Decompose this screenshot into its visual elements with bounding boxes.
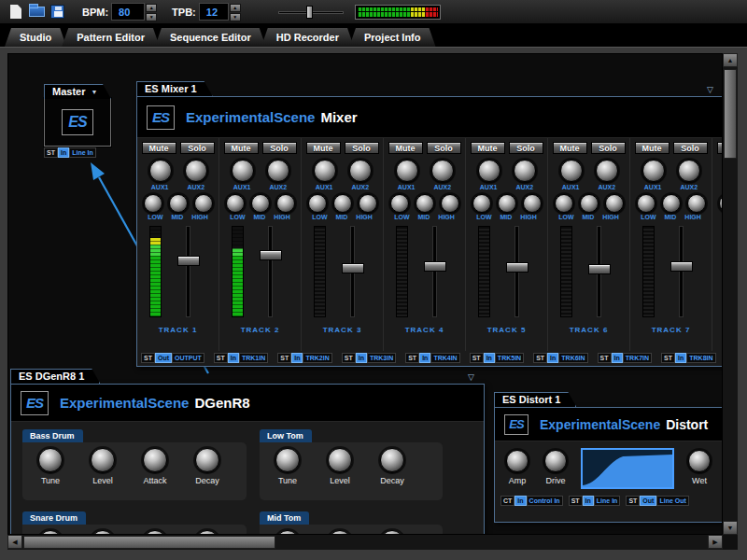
high-knob[interactable] — [605, 194, 624, 213]
low-knob[interactable] — [226, 194, 245, 213]
save-button[interactable] — [47, 2, 67, 22]
connector[interactable]: STOutLine Out — [626, 496, 688, 506]
high-knob[interactable] — [276, 194, 295, 213]
aux1-knob[interactable] — [232, 160, 254, 182]
level-knob[interactable] — [328, 448, 352, 472]
mid-knob[interactable] — [498, 194, 516, 213]
distort-window-tab[interactable]: ES Distort 1 — [494, 392, 576, 407]
connector[interactable]: STInTRK8IN — [661, 353, 715, 363]
scroll-right-button[interactable]: ▶ — [708, 535, 723, 549]
aux2-knob[interactable] — [596, 160, 618, 182]
drive-knob[interactable] — [544, 450, 567, 472]
horizontal-scrollbar[interactable]: ◀ ▶ — [7, 535, 723, 550]
mid-knob[interactable] — [251, 194, 270, 213]
aux1-knob[interactable] — [149, 160, 172, 182]
high-knob[interactable] — [359, 194, 377, 213]
low-knob[interactable] — [144, 194, 162, 213]
aux1-knob[interactable] — [478, 160, 500, 182]
master-module[interactable]: ES — [44, 98, 111, 147]
mid-knob[interactable] — [662, 194, 681, 213]
connector[interactable]: STInTRK7IN — [598, 353, 652, 363]
level-knob[interactable] — [91, 448, 115, 472]
bpm-up-button[interactable]: ▲ — [146, 4, 157, 12]
mute-button[interactable]: Mute — [635, 142, 669, 154]
low-knob[interactable] — [390, 194, 409, 213]
connector[interactable]: STInTRK1IN — [214, 353, 268, 363]
aux1-knob[interactable] — [396, 160, 418, 182]
mute-button[interactable]: Mute — [471, 142, 505, 154]
scroll-up-button[interactable]: ▲ — [723, 53, 738, 67]
slider-thumb[interactable] — [306, 6, 313, 19]
solo-button[interactable]: Solo — [591, 142, 626, 154]
aux2-knob[interactable] — [349, 160, 372, 182]
connector-port[interactable]: Line Out — [656, 496, 688, 506]
mute-button[interactable]: Mute — [306, 142, 341, 154]
bpm-value[interactable]: 80 — [112, 4, 144, 20]
connector-port[interactable]: Line In — [69, 147, 96, 158]
dgenr8-window-tab[interactable]: ES DGenR8 1 — [10, 369, 100, 384]
high-knob[interactable] — [441, 194, 459, 213]
master-volume-slider[interactable] — [278, 4, 344, 21]
tune-knob[interactable] — [38, 448, 63, 472]
aux1-knob[interactable] — [314, 160, 336, 182]
connector[interactable]: CTInControl In — [500, 496, 563, 506]
mute-button[interactable]: Mute — [388, 142, 423, 154]
mid-knob[interactable] — [580, 194, 599, 213]
decay-knob[interactable] — [380, 448, 404, 472]
solo-button[interactable]: Solo — [427, 142, 461, 154]
vertical-scrollbar[interactable]: ▲ ▼ — [723, 53, 738, 535]
tpb-down-button[interactable]: ▼ — [230, 13, 241, 21]
tab-project-info[interactable]: Project Info — [349, 28, 436, 47]
attack-knob[interactable] — [143, 448, 167, 472]
aux1-knob[interactable] — [642, 160, 665, 182]
mid-knob[interactable] — [333, 194, 352, 213]
low-knob[interactable] — [637, 194, 655, 213]
mute-button[interactable]: Mute — [553, 142, 587, 154]
studio-canvas[interactable]: Master ▼ ES STInLine In ES Mixer 1 ▽ ES … — [7, 53, 723, 535]
distortion-curve-display[interactable] — [581, 448, 674, 489]
high-knob[interactable] — [194, 194, 213, 213]
fader-handle[interactable] — [588, 264, 611, 274]
connector-port[interactable]: TRK4IN — [430, 353, 459, 363]
solo-button[interactable]: Solo — [345, 142, 379, 154]
aux2-knob[interactable] — [514, 160, 536, 182]
low-knob[interactable] — [308, 194, 327, 213]
connector[interactable]: STInTRK3IN — [342, 353, 396, 363]
tpb-up-button[interactable]: ▲ — [230, 4, 241, 12]
vertical-scroll-thumb[interactable] — [724, 69, 737, 159]
wet-knob[interactable] — [688, 450, 711, 472]
tab-pattern-editor[interactable]: Pattern Editor — [62, 28, 160, 47]
solo-button[interactable]: Solo — [180, 142, 215, 154]
decay-knob[interactable] — [195, 448, 219, 472]
aux2-knob[interactable] — [678, 160, 700, 182]
connector-port[interactable]: Line In — [594, 496, 621, 506]
fader-handle[interactable] — [506, 262, 529, 273]
high-knob[interactable] — [523, 194, 542, 213]
mid-knob[interactable] — [416, 194, 434, 213]
mute-button[interactable]: Mute — [224, 142, 259, 154]
dgenr8-rollup-button[interactable]: ▽ — [468, 372, 474, 382]
aux2-knob[interactable] — [431, 160, 454, 182]
scroll-left-button[interactable]: ◀ — [7, 535, 22, 549]
tpb-value[interactable]: 12 — [200, 4, 228, 20]
mute-button[interactable]: Mute — [142, 142, 176, 154]
tab-studio[interactable]: Studio — [5, 28, 66, 47]
connector[interactable]: STOutOUTPUT — [141, 353, 204, 363]
connector[interactable]: STInLine In — [569, 496, 621, 506]
fader-handle[interactable] — [424, 261, 446, 272]
open-button[interactable] — [26, 2, 47, 22]
low-knob[interactable] — [472, 194, 491, 213]
aux2-knob[interactable] — [267, 160, 289, 182]
aux1-knob[interactable] — [560, 160, 583, 182]
solo-button[interactable]: Solo — [262, 142, 297, 154]
bpm-down-button[interactable]: ▼ — [146, 13, 157, 21]
connector-port[interactable]: TRK7IN — [623, 353, 652, 363]
low-knob[interactable] — [555, 194, 573, 213]
fader-handle[interactable] — [260, 250, 282, 260]
connector[interactable]: STInTRK4IN — [405, 353, 459, 363]
master-dropdown-icon[interactable]: ▼ — [91, 85, 97, 99]
high-knob[interactable] — [687, 194, 706, 213]
amp-knob[interactable] — [506, 450, 529, 472]
fader-handle[interactable] — [342, 263, 364, 273]
solo-button[interactable]: Solo — [509, 142, 543, 154]
